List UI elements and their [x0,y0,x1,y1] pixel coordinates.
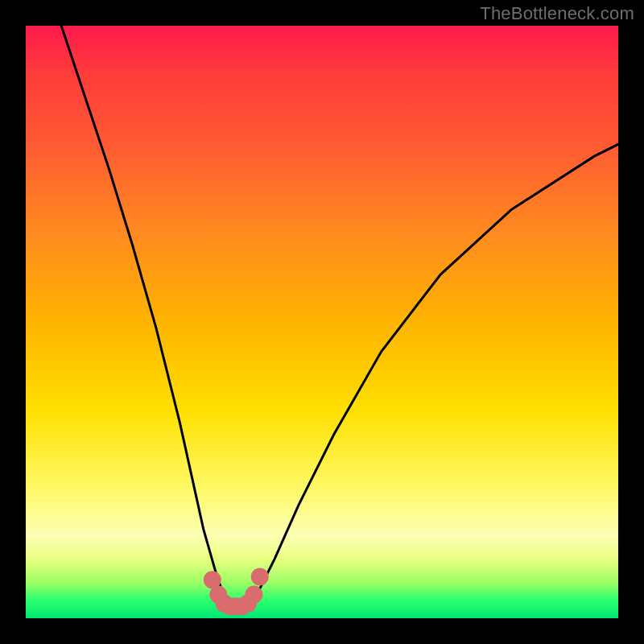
watermark-text: TheBottleneck.com [480,3,634,24]
chart-frame: TheBottleneck.com [0,0,644,644]
marker-dot [251,568,269,586]
highlighted-region [204,568,269,616]
plot-area [26,26,618,618]
marker-dot [245,586,262,604]
curve-layer [26,26,618,618]
bottleneck-curve [61,26,618,606]
